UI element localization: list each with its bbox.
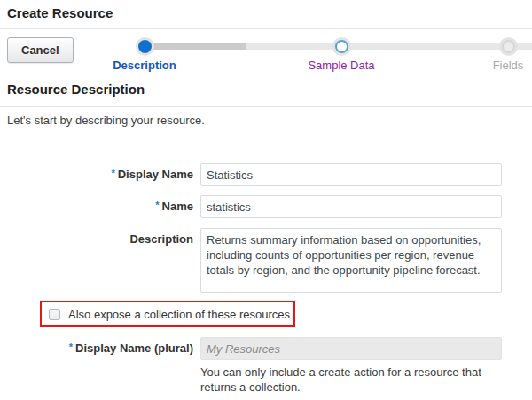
- section-divider: [0, 106, 532, 107]
- display-name-field[interactable]: [200, 163, 502, 186]
- train-step-label-description[interactable]: Description: [82, 59, 207, 72]
- annotation-highlight-box: Also expose a collection of these resour…: [40, 301, 295, 327]
- name-label: *Name: [0, 195, 193, 218]
- description-label: Description: [0, 228, 193, 251]
- train-track-completed-segment: [145, 43, 246, 50]
- header-divider: [0, 28, 532, 29]
- section-intro-text: Let's start by describing your resource.: [7, 114, 205, 127]
- display-name-label: *Display Name: [0, 163, 193, 186]
- train-step-label-sample-data[interactable]: Sample Data: [279, 59, 403, 72]
- train-step-label-fields[interactable]: Fields: [446, 59, 532, 72]
- plural-help-text: You can only include a create action for…: [200, 365, 511, 395]
- required-asterisk: *: [69, 341, 73, 352]
- train-stop-fields[interactable]: [502, 40, 515, 53]
- name-field[interactable]: [200, 195, 502, 218]
- page-title: Create Resource: [7, 5, 113, 20]
- expose-collection-checkbox-label[interactable]: Also expose a collection of these resour…: [68, 308, 290, 321]
- display-name-plural-field: [200, 337, 502, 360]
- description-field[interactable]: Returns summary information based on opp…: [200, 228, 502, 293]
- required-asterisk: *: [111, 168, 114, 178]
- create-resource-wizard: Create Resource Cancel Description Sampl…: [0, 0, 532, 400]
- description-label-text: Description: [129, 232, 193, 246]
- display-name-plural-label: *Display Name (plural): [0, 337, 193, 360]
- train-stop-sample-data[interactable]: [335, 40, 348, 53]
- section-title: Resource Description: [7, 82, 145, 97]
- display-name-plural-label-text: Display Name (plural): [75, 341, 193, 355]
- name-label-text: Name: [162, 200, 193, 213]
- expose-collection-checkbox[interactable]: [49, 309, 60, 320]
- required-asterisk: *: [155, 200, 159, 210]
- display-name-label-text: Display Name: [118, 168, 193, 181]
- train-stop-description[interactable]: [138, 40, 152, 53]
- cancel-button[interactable]: Cancel: [7, 37, 74, 63]
